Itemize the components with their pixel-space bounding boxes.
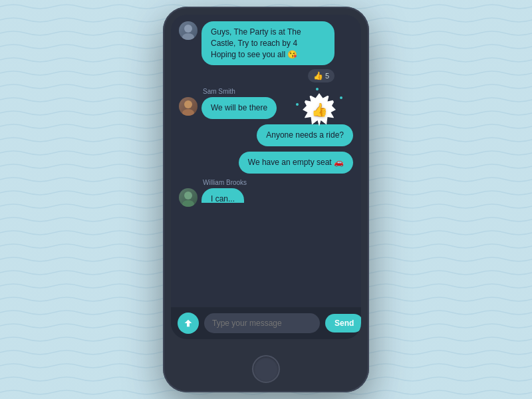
- like-badge[interactable]: 👍 5: [308, 69, 334, 82]
- sender-name-william: William Brooks: [203, 179, 353, 186]
- home-button[interactable]: [252, 355, 280, 383]
- sparkle-5: [296, 103, 299, 106]
- arrow-up-icon: [183, 318, 194, 329]
- thumb-up-icon: 👍: [313, 71, 323, 80]
- bubble-william-truncated: I can...: [201, 188, 244, 203]
- svg-point-2: [184, 25, 192, 33]
- message-row-4: We have an empty seat 🚗: [179, 152, 353, 174]
- bubble-party-text-1: Guys, The Party is at The Castle, Try to…: [211, 27, 301, 48]
- like-count: 5: [325, 72, 329, 80]
- input-area: Send: [171, 307, 361, 339]
- message-row-5: I can...: [179, 188, 353, 207]
- svg-point-7: [182, 200, 194, 207]
- chat-area: Guys, The Party is at The Castle, Try to…: [171, 15, 361, 307]
- message-group-1: Guys, The Party is at The Castle, Try to…: [179, 21, 353, 82]
- message-group-5: William Brooks I can...: [179, 179, 353, 207]
- svg-point-6: [184, 192, 192, 200]
- message-group-4: We have an empty seat 🚗: [179, 152, 353, 174]
- splat-thumb-icon: 👍: [311, 102, 328, 118]
- svg-point-3: [182, 33, 194, 40]
- bubble-sam-reply: We will be there: [201, 97, 277, 119]
- avatar-sam: [179, 97, 198, 116]
- phone-body: Guys, The Party is at The Castle, Try to…: [163, 7, 369, 392]
- splat-shape: 👍: [296, 86, 342, 133]
- sparkle-4: [309, 130, 312, 133]
- bubble-party-text-2: Hoping to see you all 😘: [211, 50, 297, 59]
- phone-device: Guys, The Party is at The Castle, Try to…: [163, 7, 369, 392]
- send-icon-button[interactable]: [178, 313, 199, 334]
- send-button[interactable]: Send: [325, 314, 361, 332]
- svg-point-5: [182, 109, 194, 116]
- avatar-1: [179, 21, 198, 40]
- reaction-splat: 👍: [296, 86, 342, 133]
- sparkle-3: [336, 127, 339, 130]
- message-input[interactable]: [204, 313, 320, 333]
- bubble-party-invite: Guys, The Party is at The Castle, Try to…: [201, 21, 334, 65]
- message-row-1: Guys, The Party is at The Castle, Try to…: [179, 21, 353, 82]
- svg-point-4: [184, 100, 192, 108]
- phone-screen: Guys, The Party is at The Castle, Try to…: [171, 15, 361, 339]
- sparkle-1: [316, 88, 319, 90]
- sparkle-2: [340, 96, 342, 99]
- avatar-william: [179, 188, 198, 207]
- bubble-empty-seat: We have an empty seat 🚗: [239, 152, 353, 174]
